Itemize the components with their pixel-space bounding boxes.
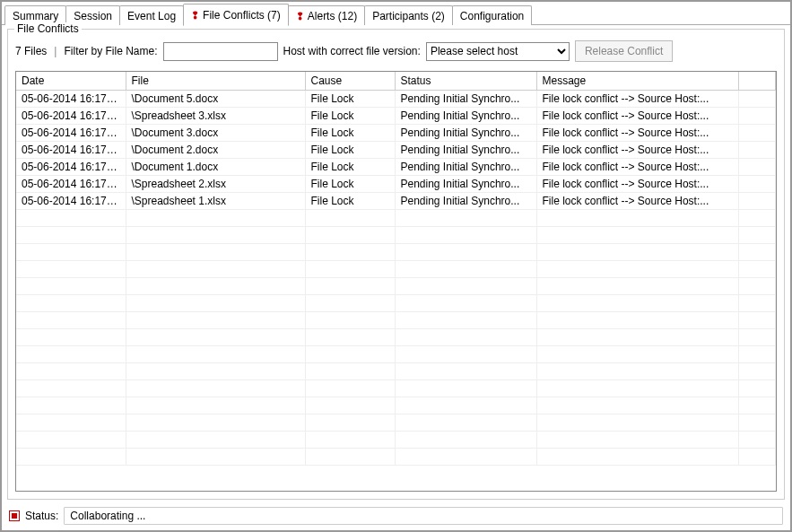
tab-participants-2[interactable]: Participants (2) <box>364 5 453 25</box>
cell-extra <box>738 142 776 159</box>
cell-cause: File Lock <box>305 176 395 193</box>
cell-file: \Spreadsheet 3.xlsx <box>126 108 305 125</box>
conflicts-table-wrap: Date File Cause Status Message 05-06-201… <box>15 71 777 492</box>
table-row-empty <box>16 432 776 449</box>
tab-file-conflicts-7[interactable]: ❢File Conflicts (7) <box>183 4 289 26</box>
status-label: Status: <box>25 510 58 522</box>
table-row-empty <box>16 261 776 278</box>
tab-label: Configuration <box>460 9 524 23</box>
table-row[interactable]: 05-06-2014 16:17:10\Document 5.docxFile … <box>16 91 776 108</box>
tab-bar: SummarySessionEvent Log❢File Conflicts (… <box>2 4 790 25</box>
tab-label: Summary <box>13 9 58 23</box>
cell-extra <box>738 108 776 125</box>
cell-message: File lock conflict --> Source Host:... <box>536 159 738 176</box>
release-conflict-button[interactable]: Release Conflict <box>575 40 673 62</box>
cell-file: \Document 1.docx <box>126 159 305 176</box>
table-row-empty <box>16 210 776 227</box>
cell-message: File lock conflict --> Source Host:... <box>536 108 738 125</box>
table-row-empty <box>16 449 776 466</box>
cell-cause: File Lock <box>305 193 395 210</box>
filter-input[interactable] <box>163 42 278 61</box>
cell-extra <box>738 125 776 142</box>
table-row-empty <box>16 363 776 380</box>
tab-label: File Conflicts (7) <box>203 8 281 22</box>
table-row-empty <box>16 329 776 346</box>
cell-message: File lock conflict --> Source Host:... <box>536 142 738 159</box>
cell-cause: File Lock <box>305 125 395 142</box>
col-header-date[interactable]: Date <box>16 72 126 91</box>
cell-extra <box>738 176 776 193</box>
host-select[interactable]: Please select host <box>426 42 570 61</box>
cell-extra <box>738 159 776 176</box>
cell-status: Pending Initial Synchro... <box>395 176 536 193</box>
table-row-empty <box>16 312 776 329</box>
table-header-row: Date File Cause Status Message <box>16 72 776 91</box>
cell-message: File lock conflict --> Source Host:... <box>536 91 738 108</box>
table-row[interactable]: 05-06-2014 16:17:10\Document 1.docxFile … <box>16 159 776 176</box>
cell-date: 05-06-2014 16:17:10 <box>16 91 126 108</box>
alert-icon: ❢ <box>296 9 304 23</box>
table-row[interactable]: 05-06-2014 16:17:10\Spreadsheet 2.xlsxFi… <box>16 176 776 193</box>
cell-file: \Document 5.docx <box>126 91 305 108</box>
tab-label: Alerts (12) <box>308 9 357 23</box>
status-value: Collaborating ... <box>64 507 783 525</box>
conflicts-table: Date File Cause Status Message 05-06-201… <box>16 72 776 466</box>
table-row-empty <box>16 346 776 363</box>
table-row-empty <box>16 380 776 397</box>
cell-date: 05-06-2014 16:17:10 <box>16 108 126 125</box>
cell-extra <box>738 193 776 210</box>
toolbar-separator: | <box>54 45 57 57</box>
cell-date: 05-06-2014 16:17:10 <box>16 159 126 176</box>
cell-message: File lock conflict --> Source Host:... <box>536 125 738 142</box>
table-row-empty <box>16 295 776 312</box>
file-count-label: 7 Files <box>15 45 47 57</box>
cell-file: \Spreadsheet 2.xlsx <box>126 176 305 193</box>
col-header-status[interactable]: Status <box>395 72 536 91</box>
cell-date: 05-06-2014 16:17:10 <box>16 176 126 193</box>
table-row[interactable]: 05-06-2014 16:17:10\Spreadsheet 3.xlsxFi… <box>16 108 776 125</box>
cell-message: File lock conflict --> Source Host:... <box>536 193 738 210</box>
cell-cause: File Lock <box>305 91 395 108</box>
col-header-message[interactable]: Message <box>536 72 738 91</box>
table-row-empty <box>16 397 776 414</box>
tab-label: Session <box>74 9 112 23</box>
tab-label: Event Log <box>127 9 176 23</box>
col-header-file[interactable]: File <box>126 72 305 91</box>
cell-status: Pending Initial Synchro... <box>395 125 536 142</box>
alert-icon: ❢ <box>191 8 199 22</box>
cell-extra <box>738 91 776 108</box>
tab-configuration[interactable]: Configuration <box>452 5 532 25</box>
cell-status: Pending Initial Synchro... <box>395 108 536 125</box>
cell-date: 05-06-2014 16:17:10 <box>16 125 126 142</box>
table-row[interactable]: 05-06-2014 16:17:10\Document 3.docxFile … <box>16 125 776 142</box>
cell-file: \Document 3.docx <box>126 125 305 142</box>
cell-message: File lock conflict --> Source Host:... <box>536 176 738 193</box>
tab-label: Participants (2) <box>372 9 445 23</box>
table-row[interactable]: 05-06-2014 16:17:10\Document 2.docxFile … <box>16 142 776 159</box>
tab-alerts-12[interactable]: ❢Alerts (12) <box>288 5 365 25</box>
table-row-empty <box>16 244 776 261</box>
table-row-empty <box>16 227 776 244</box>
cell-status: Pending Initial Synchro... <box>395 91 536 108</box>
table-row-empty <box>16 278 776 295</box>
panel-title: File Conflicts <box>14 22 82 35</box>
cell-cause: File Lock <box>305 108 395 125</box>
tab-event-log[interactable]: Event Log <box>119 5 184 25</box>
host-select-label: Host with correct file version: <box>283 45 421 57</box>
col-header-extra[interactable] <box>738 72 776 91</box>
cell-cause: File Lock <box>305 142 395 159</box>
toolbar: 7 Files | Filter by File Name: Host with… <box>8 30 784 67</box>
filter-label: Filter by File Name: <box>64 45 157 57</box>
status-bar: Status: Collaborating ... <box>2 503 790 530</box>
cell-cause: File Lock <box>305 159 395 176</box>
cell-file: \Spreadsheet 1.xlsx <box>126 193 305 210</box>
table-row[interactable]: 05-06-2014 16:17:10\Spreadsheet 1.xlsxFi… <box>16 193 776 210</box>
table-body: 05-06-2014 16:17:10\Document 5.docxFile … <box>16 91 776 466</box>
cell-date: 05-06-2014 16:17:10 <box>16 142 126 159</box>
status-indicator-icon <box>9 510 20 521</box>
table-row-empty <box>16 414 776 432</box>
cell-file: \Document 2.docx <box>126 142 305 159</box>
file-conflicts-panel: File Conflicts 7 Files | Filter by File … <box>7 29 785 500</box>
cell-status: Pending Initial Synchro... <box>395 193 536 210</box>
col-header-cause[interactable]: Cause <box>305 72 395 91</box>
